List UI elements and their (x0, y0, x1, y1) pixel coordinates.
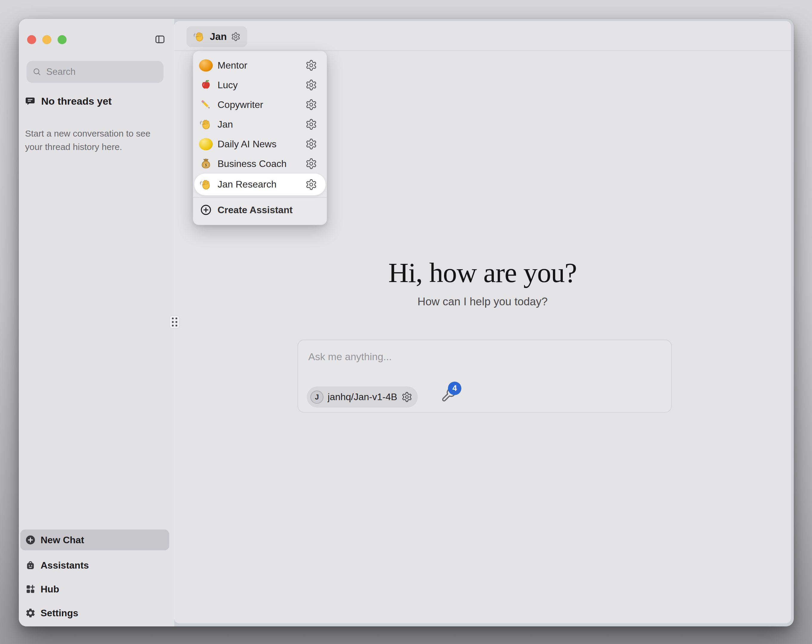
model-avatar: J (310, 391, 324, 404)
sidebar-item-label: Hub (41, 584, 59, 595)
sidebar: No threads yet Start a new conversation … (19, 19, 174, 626)
create-assistant-button[interactable]: Create Assistant (193, 200, 327, 220)
gear-icon[interactable] (305, 158, 317, 170)
zoom-button[interactable] (58, 35, 67, 44)
waving-hand-emoji (194, 178, 218, 191)
menu-item-daily-ai-news[interactable]: Daily AI News (194, 134, 325, 154)
sidebar-item-settings[interactable]: Settings (20, 603, 169, 623)
sidebar-item-label: New Chat (41, 534, 84, 546)
sidebar-resize-handle[interactable] (169, 315, 180, 329)
menu-item-mentor[interactable]: Mentor (194, 55, 325, 75)
waving-hand-emoji (193, 30, 206, 43)
grid-plus-icon (20, 584, 41, 595)
active-assistant-name: Jan (210, 31, 227, 42)
robot-icon (20, 560, 41, 571)
gear-icon[interactable] (305, 79, 317, 91)
search-input[interactable] (46, 66, 157, 78)
search-icon (32, 67, 41, 76)
money-bag-emoji (194, 157, 218, 170)
menu-item-copywriter[interactable]: Copywriter (194, 95, 325, 114)
gear-icon[interactable] (305, 118, 317, 130)
threads-empty-title: No threads yet (41, 95, 111, 107)
jan-app-window: No threads yet Start a new conversation … (19, 19, 794, 626)
menu-item-jan-research[interactable]: Jan Research (194, 174, 325, 195)
model-selector-button[interactable]: J janhq/Jan-v1-4B (307, 387, 418, 408)
red-apple-emoji (194, 78, 218, 91)
assistant-selector-button[interactable]: Jan (186, 26, 247, 47)
menu-item-business-coach[interactable]: Business Coach (194, 154, 325, 174)
plus-circle-icon (194, 204, 218, 216)
gear-icon[interactable] (305, 59, 317, 71)
search-field[interactable] (27, 61, 163, 83)
sidebar-item-assistants[interactable]: Assistants (20, 555, 169, 576)
main-panel: Jan Mentor Lucy Copywriter (174, 21, 791, 623)
sidebar-item-new-chat[interactable]: New Chat (20, 530, 169, 550)
desktop: No threads yet Start a new conversation … (0, 0, 812, 644)
speech-bubble-icon (24, 96, 36, 107)
gear-icon (20, 607, 41, 618)
pencil-emoji (194, 98, 218, 111)
minimize-button[interactable] (43, 35, 51, 44)
sidebar-item-hub[interactable]: Hub (20, 579, 169, 600)
menu-item-jan[interactable]: Jan (194, 114, 325, 134)
threads-empty-description: Start a new conversation to see your thr… (25, 127, 150, 154)
sidebar-item-label: Assistants (41, 560, 89, 571)
yellow-circle-emoji (194, 138, 218, 150)
sidebar-item-label: Settings (41, 607, 78, 619)
gear-icon[interactable] (305, 138, 317, 150)
menu-separator (193, 197, 327, 198)
model-name: janhq/Jan-v1-4B (328, 391, 397, 402)
model-settings-gear-icon[interactable] (401, 391, 412, 402)
chat-composer[interactable]: J janhq/Jan-v1-4B 4 (298, 340, 672, 413)
gear-icon[interactable] (305, 99, 317, 111)
orange-circle-emoji (194, 59, 218, 72)
assistant-settings-gear-icon[interactable] (231, 32, 241, 41)
sidebar-toggle-icon[interactable] (154, 34, 165, 45)
menu-item-lucy[interactable]: Lucy (194, 75, 325, 95)
waving-hand-emoji (194, 118, 218, 131)
greeting-title: Hi, how are you? (174, 256, 791, 289)
assistant-menu: Mentor Lucy Copywriter Jan (193, 51, 327, 225)
main-header: Jan (174, 21, 791, 51)
tools-count-badge: 4 (448, 382, 461, 395)
plus-circle-icon (20, 534, 41, 545)
greeting-subtitle: How can I help you today? (174, 295, 791, 309)
chat-input[interactable] (308, 349, 576, 365)
close-button[interactable] (27, 35, 36, 44)
gear-icon[interactable] (305, 178, 317, 190)
threads-empty-state: No threads yet (24, 95, 111, 107)
